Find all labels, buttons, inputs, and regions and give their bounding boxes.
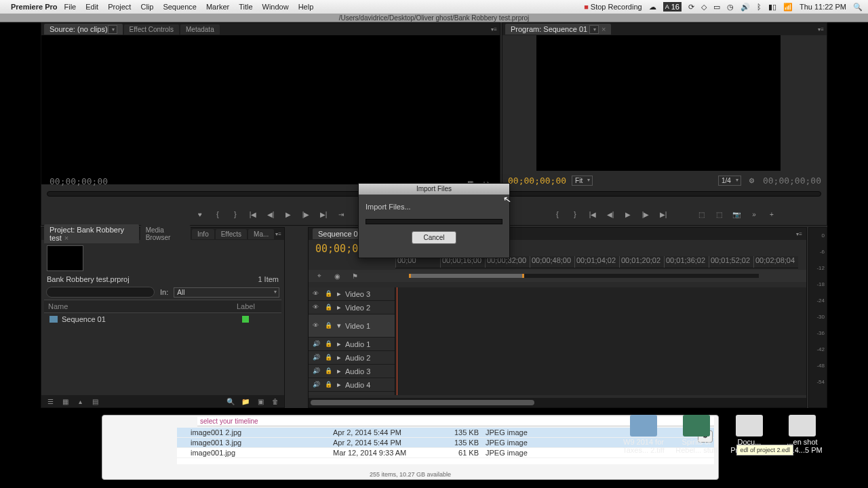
step-fwd-icon[interactable]: |▶ [300,209,311,220]
resolution-dropdown[interactable]: 1/4 [718,176,741,186]
timeline-hscroll[interactable] [309,398,806,407]
menu-help[interactable]: Help [298,3,314,11]
mark-in-icon[interactable]: { [212,209,223,220]
settings-icon[interactable]: ⚙ [747,175,757,186]
in-filter-dropdown[interactable]: All [174,287,279,298]
auto-icon[interactable]: ▤ [90,396,100,406]
goto-out-icon[interactable]: ▶| [658,209,669,220]
snap-icon[interactable]: ⌖ [314,270,325,281]
menu-title[interactable]: Title [239,3,252,11]
track-video3[interactable]: 👁🔒▸Video 3 [309,287,395,301]
desktop-file[interactable]: Spirits of Rebel... stuff [675,415,717,454]
in-label: In: [160,288,168,296]
menu-clip[interactable]: Clip [140,3,153,11]
desktop-file[interactable]: W9 2014 for Taxes... 2.tiff [623,415,665,454]
adobe-cloud-icon[interactable]: ☁ [649,3,656,12]
extract-icon[interactable]: ⬚ [713,209,724,220]
volume-icon[interactable]: 🔊 [741,3,750,12]
panel-menu-icon[interactable]: ▾≡ [796,231,802,237]
app-menu[interactable]: Premiere Pro [11,3,57,11]
panel-menu-icon[interactable]: ▾≡ [818,26,824,33]
menu-marker[interactable]: Marker [206,3,229,11]
project-item[interactable]: Sequence 01 [44,313,281,325]
mark-out-icon[interactable]: } [570,209,580,220]
battery-icon[interactable]: ▮▯ [768,3,776,12]
track-audio3[interactable]: 🔊🔒▸Audio 3 [309,365,395,378]
stop-recording[interactable]: ■Stop Recording [584,3,642,11]
tab-effects[interactable]: Effects [216,229,247,239]
menu-sequence[interactable]: Sequence [163,3,197,11]
tab-markers[interactable]: Ma... [248,229,274,239]
track-audio2[interactable]: 🔊🔒▸Audio 2 [309,351,395,365]
track-video2[interactable]: 👁🔒▸Video 2 [309,301,395,314]
find-icon[interactable]: 🔍 [226,396,235,406]
timeline-content[interactable] [395,287,806,395]
goto-out-icon[interactable]: ▶| [318,209,329,220]
new-bin-icon[interactable]: 📁 [241,396,250,406]
search-input[interactable] [46,287,155,298]
timeline-navigator[interactable] [409,274,759,278]
mark-in-icon[interactable]: { [552,209,563,220]
label-color [242,316,249,323]
menu-project[interactable]: Project [108,3,131,11]
settings-icon[interactable]: ⚑ [349,270,360,281]
marker-icon[interactable]: ◉ [332,270,342,281]
track-audio1[interactable]: 🔊🔒▸Audio 1 [309,338,395,351]
menu-file[interactable]: File [64,3,76,11]
tab-project[interactable]: Project: Bank Robbery test× [44,224,139,243]
spotlight-icon[interactable]: 🔍 [853,3,863,12]
clock[interactable]: Thu 11:22 PM [800,3,846,11]
tab-program[interactable]: Program: Sequence 01 × [505,24,611,35]
tab-media-browser[interactable]: Media Browser [140,225,191,243]
new-item-icon[interactable]: ▣ [256,396,265,406]
dropbox-icon[interactable]: ◇ [701,3,707,12]
insert-icon[interactable]: ⇥ [336,209,347,220]
play-icon[interactable]: ▶ [623,209,633,220]
marker-icon[interactable]: ♥ [195,209,205,220]
menu-edit[interactable]: Edit [85,3,98,11]
trash-icon[interactable]: 🗑 [271,396,280,406]
col-label[interactable]: Label [237,302,277,310]
program-transport: { } |◀ ◀| ▶ |▶ ▶| ⬚ ⬚ 📷 » + [502,207,827,221]
cancel-button[interactable]: Cancel [412,231,456,244]
tab-info[interactable]: Info [192,229,214,239]
zoom-fit-dropdown[interactable]: Fit [572,176,593,186]
track-video1[interactable]: 👁🔒▾Video 1 [309,314,395,338]
tab-source[interactable]: Source: (no clips) [44,24,123,35]
tooltip: edl of project 2.edl [736,445,793,455]
more-icon[interactable]: » [749,209,760,220]
goto-in-icon[interactable]: |◀ [587,209,598,220]
adobe-badge[interactable]: A 16 [663,2,682,12]
step-back-icon[interactable]: ◀| [265,209,276,220]
icon-view-icon[interactable]: ▦ [60,396,70,406]
track-audio4[interactable]: 🔊🔒▸Audio 4 [309,378,395,392]
tab-effect-controls[interactable]: Effect Controls [124,24,179,35]
project-filename: Bank Robbery test.prproj [47,275,130,283]
dialog-message: Import Files... [366,203,502,211]
lift-icon[interactable]: ⬚ [696,209,707,220]
list-view-icon[interactable]: ☰ [45,396,55,406]
panel-menu-icon[interactable]: ▾≡ [491,26,497,33]
source-timecode: 00;00;00;00 [50,176,108,186]
menu-window[interactable]: Window [262,3,289,11]
add-icon[interactable]: + [766,209,777,220]
panel-menu-icon[interactable]: ▾≡ [275,231,281,237]
wifi-icon[interactable]: 📶 [783,3,793,12]
col-name[interactable]: Name [48,302,237,310]
ruler-tick: 00;02;08;04 [753,256,798,268]
playhead[interactable] [397,287,397,395]
sort-icon[interactable]: ▴ [75,396,85,406]
play-icon[interactable]: ▶ [283,209,294,220]
bluetooth-icon[interactable]: ᛒ [757,3,762,11]
export-frame-icon[interactable]: 📷 [731,209,742,220]
goto-in-icon[interactable]: |◀ [248,209,258,220]
display-icon[interactable]: ▭ [713,3,720,12]
mark-out-icon[interactable]: } [230,209,241,220]
program-scrubber[interactable] [508,191,821,197]
step-fwd-icon[interactable]: |▶ [640,209,651,220]
step-back-icon[interactable]: ◀| [605,209,616,220]
sync-icon[interactable]: ⟳ [688,3,694,12]
tab-metadata[interactable]: Metadata [180,24,220,35]
timemachine-icon[interactable]: ◷ [727,3,734,12]
dialog-title: Import Files [359,184,509,195]
